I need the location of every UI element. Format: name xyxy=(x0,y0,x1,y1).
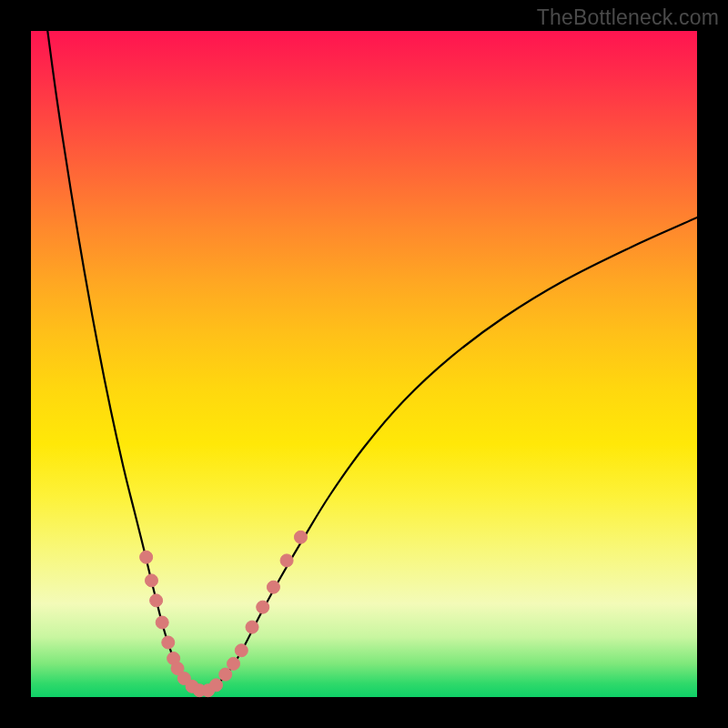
highlight-bead xyxy=(294,531,307,543)
highlight-bead xyxy=(140,551,153,563)
highlight-bead xyxy=(162,636,175,649)
gradient-plot-area xyxy=(31,31,697,697)
curve-left-branch xyxy=(47,31,205,692)
highlight-bead xyxy=(235,644,248,657)
bottleneck-curve-svg xyxy=(31,31,697,697)
highlight-bead xyxy=(145,574,157,587)
highlight-bead xyxy=(210,679,223,692)
highlight-bead xyxy=(219,668,232,681)
highlight-beads-group xyxy=(140,531,308,696)
highlight-bead xyxy=(257,601,269,613)
highlight-bead xyxy=(156,616,168,629)
highlight-bead xyxy=(267,581,279,593)
highlight-bead xyxy=(280,554,293,567)
highlight-bead xyxy=(228,657,240,670)
curve-right-branch xyxy=(206,217,697,692)
watermark-text: TheBottleneck.com xyxy=(537,5,719,30)
chart-stage: TheBottleneck.com xyxy=(0,0,728,728)
highlight-bead xyxy=(150,594,163,607)
highlight-bead xyxy=(246,621,258,633)
